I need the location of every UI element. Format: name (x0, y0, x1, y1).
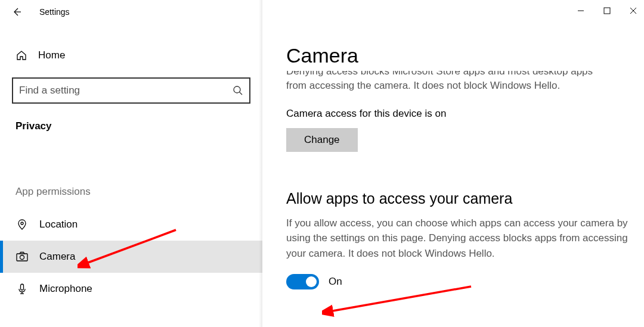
svg-rect-1 (604, 8, 610, 14)
toggle-knob (306, 276, 317, 287)
sidebar-home[interactable]: Home (12, 42, 250, 69)
allow-apps-toggle-row: On (286, 274, 638, 289)
back-arrow-icon (11, 7, 22, 17)
close-icon (630, 7, 637, 14)
maximize-icon (603, 7, 611, 14)
camera-icon (16, 250, 29, 263)
sidebar-section-header: Privacy (12, 120, 250, 132)
sidebar-group-label: App permissions (12, 186, 250, 198)
sidebar: Home Privacy App permissions Location (0, 24, 262, 327)
svg-line-5 (240, 92, 243, 95)
maximize-button[interactable] (601, 5, 613, 17)
svg-point-8 (20, 256, 24, 260)
back-button[interactable] (11, 6, 23, 18)
titlebar: Settings (0, 0, 644, 24)
minimize-button[interactable] (575, 5, 587, 17)
location-icon (16, 218, 29, 231)
allow-apps-description: If you allow access, you can choose whic… (286, 216, 638, 261)
sidebar-item-label: Camera (39, 251, 75, 263)
allow-apps-toggle[interactable] (286, 274, 319, 289)
svg-point-4 (234, 86, 240, 93)
allow-apps-heading: Allow apps to access your camera (286, 190, 638, 207)
sidebar-home-label: Home (38, 49, 65, 61)
toggle-state-label: On (329, 276, 342, 288)
window-controls (575, 0, 644, 17)
sidebar-item-label: Location (39, 219, 78, 231)
svg-rect-9 (21, 284, 24, 290)
microphone-icon (16, 282, 29, 295)
window-title: Settings (39, 7, 70, 17)
sidebar-item-label: Microphone (39, 283, 92, 295)
device-access-status: Camera access for this device is on (286, 108, 638, 120)
page-title: Camera (286, 44, 638, 67)
svg-rect-7 (17, 254, 27, 261)
search-input[interactable] (19, 85, 233, 96)
sidebar-item-location[interactable]: Location (12, 208, 250, 241)
sidebar-item-camera[interactable]: Camera (0, 241, 262, 273)
content-area: Camera Denying access blocks Microsoft S… (262, 24, 644, 327)
search-box[interactable] (12, 77, 250, 104)
minimize-icon (577, 7, 584, 14)
scroll-cutoff-text: Denying access blocks Microsoft Store ap… (286, 71, 638, 94)
sidebar-item-microphone[interactable]: Microphone (12, 273, 250, 305)
svg-point-6 (21, 222, 23, 225)
home-icon (16, 49, 27, 61)
search-icon (233, 85, 243, 96)
change-button[interactable]: Change (286, 128, 358, 152)
close-button[interactable] (627, 5, 639, 17)
